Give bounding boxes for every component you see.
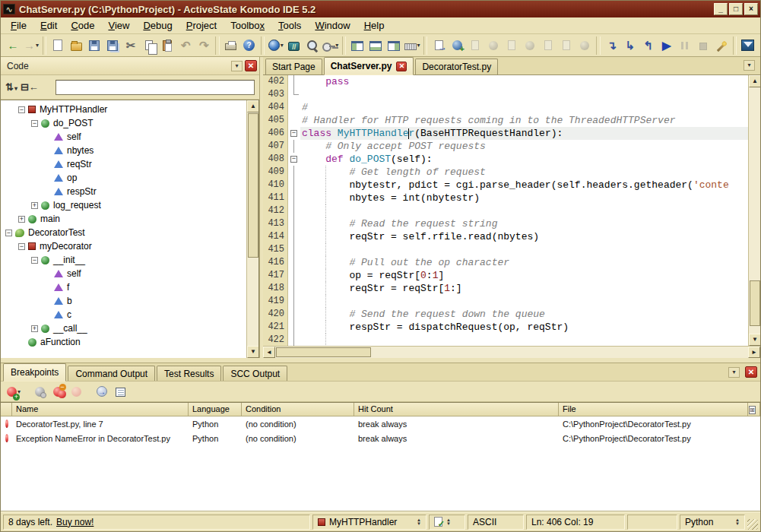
plus-expander-icon[interactable]: + [31, 202, 38, 209]
plus-expander-icon[interactable]: + [18, 216, 25, 223]
step-over-icon[interactable]: ↳ [621, 36, 639, 55]
menu-window[interactable]: Window [308, 18, 357, 33]
buy-now-link[interactable]: Buy now! [56, 517, 94, 527]
code-line-407[interactable]: 407 # Only accept POST requests [263, 140, 748, 153]
line-number[interactable]: 413 [263, 217, 288, 230]
line-number[interactable]: 402 [263, 75, 288, 88]
menu-toolbox[interactable]: Toolbox [224, 18, 271, 33]
scroll-down-icon[interactable]: ▼ [247, 346, 259, 358]
tree-item-main[interactable]: +main [1, 212, 258, 226]
fold-collapse-icon[interactable]: − [288, 127, 300, 140]
wand-icon[interactable] [712, 36, 731, 55]
tree-item-log_request[interactable]: +log_request [1, 198, 258, 212]
code-line-422[interactable]: 422 [263, 334, 748, 346]
cut-icon[interactable]: ✂ [122, 36, 140, 55]
help-icon[interactable]: ? [240, 36, 258, 55]
save-all-icon[interactable] [103, 36, 122, 55]
minus-expander-icon[interactable]: − [31, 120, 38, 127]
find-icon[interactable] [303, 36, 322, 55]
maximize-button[interactable]: □ [729, 3, 743, 15]
line-number[interactable]: 411 [263, 192, 288, 204]
fold-collapse-icon[interactable]: − [288, 153, 300, 166]
goto-source-icon[interactable]: → [93, 382, 111, 401]
redo-icon[interactable]: ↷ [195, 36, 213, 55]
scroll-up-icon[interactable]: ▲ [749, 75, 760, 87]
tree-item-DecoratorTest[interactable]: −DecoratorTest [1, 226, 258, 239]
line-number[interactable]: 420 [263, 308, 288, 321]
language-selector[interactable]: Python ▲▼ [680, 515, 745, 530]
minus-expander-icon[interactable]: − [5, 230, 12, 236]
tree-item-__init__[interactable]: −__init__ [1, 253, 258, 267]
tab-test-results[interactable]: Test Results [157, 366, 221, 381]
column-header-file[interactable]: File [559, 403, 748, 416]
tree-item-self[interactable]: self [1, 267, 258, 280]
line-number[interactable]: 415 [263, 243, 288, 256]
collapse-all-icon[interactable]: ⊟← [21, 81, 39, 93]
code-line-411[interactable]: 411 nbytes = int(nbytestr) [263, 192, 748, 204]
menu-debug[interactable]: Debug [136, 18, 179, 33]
tab-start-page[interactable]: Start Page [265, 59, 322, 74]
column-header-language[interactable]: Language [189, 403, 242, 416]
column-header-name[interactable]: Name [12, 403, 189, 416]
code-line-406[interactable]: 406−class MyHTTPHandler(BaseHTTPRequestH… [263, 127, 748, 140]
editor-vscrollbar[interactable]: ▲ ▼ [748, 75, 760, 346]
menu-project[interactable]: Project [179, 18, 224, 33]
tree-item-f[interactable]: f [1, 280, 258, 294]
tree-item-do_POST[interactable]: −do_POST [1, 116, 258, 130]
line-number[interactable]: 414 [263, 230, 288, 243]
tree-item-myDecorator[interactable]: −myDecorator [1, 239, 258, 253]
code-line-402[interactable]: 402 pass [263, 75, 748, 88]
code-line-415[interactable]: 415 [263, 243, 748, 256]
tree-item-c[interactable]: c [1, 308, 258, 321]
code-line-416[interactable]: 416 # Pull out the op character [263, 256, 748, 269]
panel-menu-icon[interactable]: ▾ [231, 61, 243, 71]
new-file-icon[interactable] [49, 36, 67, 55]
toggle-left-pane-icon[interactable] [348, 36, 366, 55]
tab-decoratortest-py[interactable]: DecoratorTest.py [415, 59, 498, 74]
close-tab-icon[interactable]: ✕ [396, 62, 407, 71]
resize-grip-icon[interactable] [747, 519, 758, 530]
scroll-left-icon[interactable]: ◄ [263, 347, 275, 358]
code-line-418[interactable]: 418 reqStr = reqStr[1:] [263, 282, 748, 295]
line-number[interactable]: 419 [263, 295, 288, 308]
tree-scrollbar[interactable]: ▲ ▼ [246, 100, 258, 358]
undo-icon[interactable]: ↶ [176, 36, 195, 55]
editor-hscrollbar[interactable]: ◄ ► [263, 346, 760, 358]
plus-expander-icon[interactable]: + [31, 325, 38, 332]
line-number[interactable]: 409 [263, 166, 288, 179]
code-line-404[interactable]: 404# [263, 101, 748, 114]
code-line-409[interactable]: 409 # Get length of request [263, 166, 748, 179]
tree-item-MyHTTPHandler[interactable]: −MyHTTPHandler [1, 103, 258, 116]
tab-scc-output[interactable]: SCC Output [223, 366, 287, 381]
tab-chatserver-py[interactable]: ChatServer.py✕ [324, 57, 414, 75]
tree-item-self[interactable]: self [1, 130, 258, 144]
scroll-down-icon[interactable]: ▼ [749, 334, 760, 346]
back-icon[interactable]: ← [4, 36, 22, 55]
line-number[interactable]: 403 [263, 88, 288, 101]
column-header-hit-count[interactable]: Hit Count [354, 403, 559, 416]
disabled-breakpoint-icon[interactable] [67, 382, 85, 401]
open-file-icon[interactable] [67, 36, 85, 55]
code-line-408[interactable]: 408− def do_POST(self): [263, 153, 748, 166]
column-header-condition[interactable]: Condition [242, 403, 354, 416]
menu-tools[interactable]: Tools [271, 18, 308, 33]
spinner-icon[interactable]: ▲▼ [735, 518, 740, 526]
breakpoint-row[interactable]: Exception NameError in DecoratorTest.pyP… [1, 431, 760, 445]
minus-expander-icon[interactable]: − [18, 243, 25, 250]
panel-menu-icon[interactable]: ▾ [728, 367, 740, 378]
debug-go-icon[interactable] [430, 36, 448, 55]
debug-new-session-icon[interactable] [448, 36, 466, 55]
macro-icon[interactable]: ▾ [322, 36, 340, 55]
line-number[interactable]: 417 [263, 269, 288, 282]
code-line-417[interactable]: 417 op = reqStr[0:1] [263, 269, 748, 282]
line-number[interactable]: 405 [263, 114, 288, 127]
menu-edit[interactable]: Edit [33, 18, 64, 33]
annotation-icon[interactable]: // [285, 36, 303, 55]
save-icon[interactable] [85, 36, 103, 55]
tab-list-dropdown-icon[interactable]: ▾ [744, 60, 755, 71]
minimize-button[interactable]: _ [714, 3, 728, 15]
code-line-419[interactable]: 419 [263, 295, 748, 308]
step-in-icon[interactable]: ↴ [603, 36, 621, 55]
code-line-413[interactable]: 413 # Read the request string [263, 217, 748, 230]
line-number[interactable]: 406 [263, 127, 288, 140]
